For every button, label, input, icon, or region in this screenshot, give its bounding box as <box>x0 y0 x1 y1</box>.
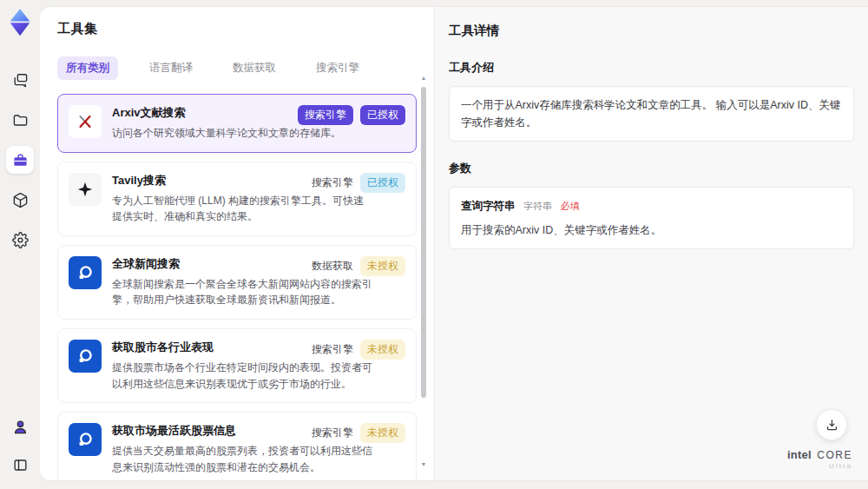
tool-badges: 搜索引擎 已授权 <box>298 105 405 125</box>
param-description: 用于搜索的Arxiv ID、关键字或作者姓名。 <box>461 221 842 239</box>
sidebar-item-panel-toggle-icon[interactable] <box>6 451 34 479</box>
brand-core: CORE <box>817 449 852 461</box>
param-required-badge: 必填 <box>560 201 579 211</box>
tool-auth-badge: 已授权 <box>360 105 405 125</box>
tool-category-tag: 搜索引擎 <box>312 342 353 357</box>
news-globe-icon <box>69 423 102 456</box>
list-scrollbar[interactable]: ▲ ▼ <box>420 75 427 468</box>
tool-description: 访问各个研究领域大量科学论文和文章的存储库。 <box>112 125 341 142</box>
sidebar-item-gear-icon[interactable] <box>6 226 34 254</box>
category-tab-3[interactable]: 搜索引擎 <box>307 56 368 80</box>
tool-card[interactable]: 全球新闻搜索 全球新闻搜索是一个聚合全球各大新闻网站内容的搜索引擎，帮助用户快速… <box>57 245 417 320</box>
tool-card[interactable]: Arxiv文献搜索 访问各个研究领域大量科学论文和文章的存储库。 搜索引擎 已授… <box>57 94 417 153</box>
scroll-down-icon[interactable]: ▼ <box>420 461 427 468</box>
page-title: 工具集 <box>57 21 434 37</box>
tool-card[interactable]: 获取股市各行业表现 提供股票市场各个行业在特定时间段内的表现。投资者可以利用这些… <box>57 328 417 403</box>
download-button[interactable] <box>816 409 847 440</box>
tool-detail-panel: 工具详情 工具介绍 一个用于从Arxiv存储库搜索科学论文和文章的工具。 输入可… <box>434 7 868 480</box>
param-name: 查询字符串 <box>461 200 516 212</box>
news-globe-icon <box>69 340 102 373</box>
main-content: 工具集 所有类别语言翻译数据获取搜索引擎 Arxiv文献搜索 访问各个研究领域大… <box>40 7 868 480</box>
intel-core-logo: intel CORE Ultra <box>787 447 852 470</box>
tool-auth-badge: 未授权 <box>360 256 405 276</box>
app-logo-icon <box>7 9 33 36</box>
tool-category-tag: 搜索引擎 <box>312 175 353 190</box>
tool-list: Arxiv文献搜索 访问各个研究领域大量科学论文和文章的存储库。 搜索引擎 已授… <box>57 94 417 480</box>
tool-intro-text: 一个用于从Arxiv存储库搜索科学论文和文章的工具。 输入可以是Arxiv ID… <box>449 86 854 142</box>
sparkle-icon <box>69 173 102 206</box>
category-tabs: 所有类别语言翻译数据获取搜索引擎 <box>57 56 434 80</box>
scrollbar-thumb[interactable] <box>421 87 426 398</box>
sidebar-item-user-avatar-icon[interactable] <box>6 413 34 440</box>
sidebar-item-chat-icon[interactable] <box>6 66 34 94</box>
tool-description: 全球新闻搜索是一个聚合全球各大新闻网站内容的搜索引擎，帮助用户快速获取全球最新资… <box>112 276 372 308</box>
tool-description: 提供股票市场各个行业在特定时间段内的表现。投资者可以利用这些信息来识别表现优于或… <box>112 360 372 392</box>
sidebar-nav <box>6 66 34 254</box>
scroll-up-icon[interactable]: ▲ <box>420 75 427 82</box>
tool-category-tag: 搜索引擎 <box>312 426 353 440</box>
sidebar-bottom <box>6 413 34 479</box>
category-tab-0[interactable]: 所有类别 <box>57 56 118 80</box>
category-tab-2[interactable]: 数据获取 <box>224 56 285 80</box>
param-head: 查询字符串 字符串 必填 <box>461 197 842 215</box>
category-tab-1[interactable]: 语言翻译 <box>141 56 201 80</box>
tool-category-tag: 搜索引擎 <box>298 105 353 125</box>
app-sidebar <box>0 0 40 489</box>
sidebar-item-folder-icon[interactable] <box>6 106 34 134</box>
brand-intel: intel <box>787 448 812 461</box>
arxiv-logo-icon <box>69 105 102 138</box>
tool-auth-badge: 未授权 <box>360 423 405 443</box>
sidebar-item-toolbox-icon[interactable] <box>6 146 34 174</box>
tool-description: 提供当天交易量最高的股票列表，投资者可以利用这些信息来识别流动性强的股票和潜在的… <box>112 443 372 475</box>
tool-badges: 数据获取 未授权 <box>312 256 405 276</box>
tool-list-panel: 工具集 所有类别语言翻译数据获取搜索引擎 Arxiv文献搜索 访问各个研究领域大… <box>40 7 434 480</box>
tool-card[interactable]: Tavily搜索 专为人工智能代理 (LLM) 构建的搜索引擎工具。可快速提供实… <box>57 162 417 236</box>
download-icon <box>825 418 839 433</box>
params-section-title: 参数 <box>449 161 854 176</box>
tool-badges: 搜索引擎 未授权 <box>312 423 405 443</box>
sidebar-item-cube-icon[interactable] <box>6 186 34 214</box>
param-type: 字符串 <box>523 201 552 211</box>
tool-auth-badge: 未授权 <box>360 340 405 360</box>
tool-description: 专为人工智能代理 (LLM) 构建的搜索引擎工具。可快速提供实时、准确和真实的结… <box>112 193 372 225</box>
tool-badges: 搜索引擎 已授权 <box>312 173 405 193</box>
param-box: 查询字符串 字符串 必填 用于搜索的Arxiv ID、关键字或作者姓名。 <box>449 187 854 249</box>
intro-section-title: 工具介绍 <box>449 60 854 76</box>
news-globe-icon <box>69 256 102 289</box>
detail-title: 工具详情 <box>449 23 854 39</box>
tool-category-tag: 数据获取 <box>312 259 353 274</box>
tool-card[interactable]: 获取市场最活跃股票信息 提供当天交易量最高的股票列表，投资者可以利用这些信息来识… <box>57 412 417 480</box>
brand-ultra: Ultra <box>787 463 852 470</box>
tool-badges: 搜索引擎 未授权 <box>312 340 405 360</box>
tool-auth-badge: 已授权 <box>360 173 405 193</box>
